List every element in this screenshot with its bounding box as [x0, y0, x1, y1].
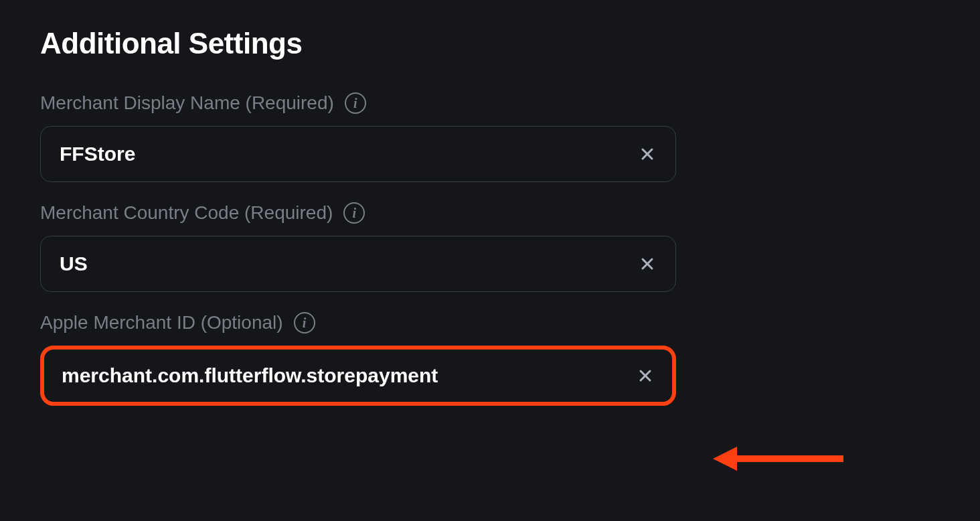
merchant-country-code-input-wrapper	[40, 236, 676, 292]
merchant-country-code-label: Merchant Country Code (Required)	[40, 202, 333, 224]
info-icon[interactable]	[343, 202, 365, 224]
close-icon[interactable]	[638, 254, 657, 273]
merchant-display-name-input[interactable]	[60, 143, 638, 165]
svg-marker-7	[713, 447, 737, 471]
field-label-row: Merchant Display Name (Required)	[40, 92, 676, 114]
merchant-country-code-group: Merchant Country Code (Required)	[40, 202, 676, 292]
apple-merchant-id-group: Apple Merchant ID (Optional)	[40, 312, 676, 406]
page-title: Additional Settings	[40, 27, 940, 60]
merchant-display-name-label: Merchant Display Name (Required)	[40, 92, 334, 114]
apple-merchant-id-input-wrapper	[40, 346, 676, 406]
info-icon[interactable]	[345, 92, 366, 114]
close-icon[interactable]	[638, 145, 657, 163]
arrow-annotation	[713, 439, 843, 479]
apple-merchant-id-input[interactable]	[62, 364, 636, 387]
merchant-display-name-group: Merchant Display Name (Required)	[40, 92, 676, 182]
info-icon[interactable]	[294, 312, 315, 333]
field-label-row: Apple Merchant ID (Optional)	[40, 312, 676, 333]
close-icon[interactable]	[636, 366, 655, 385]
merchant-display-name-input-wrapper	[40, 126, 676, 182]
apple-merchant-id-label: Apple Merchant ID (Optional)	[40, 312, 283, 333]
merchant-country-code-input[interactable]	[60, 252, 638, 275]
field-label-row: Merchant Country Code (Required)	[40, 202, 676, 224]
